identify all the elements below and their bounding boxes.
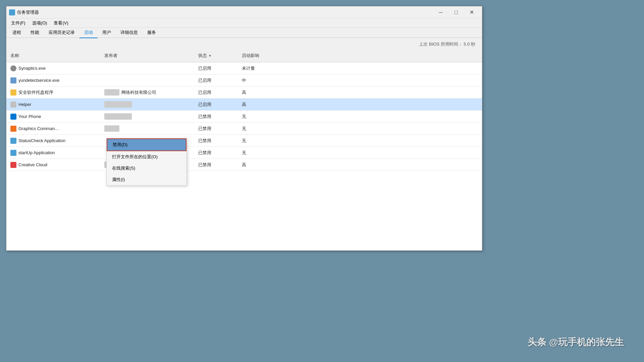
cell-publisher: ████████ — [100, 100, 194, 109]
table-row[interactable]: 安全软件托盘程序 ████ 网络科技有限公司 已启用 高 — [6, 86, 482, 99]
cell-name: Creative Cloud — [6, 161, 100, 169]
table-row[interactable]: Helper ████████ 已启用 高 禁用(D) 打开文件所在的位置(O)… — [6, 99, 482, 111]
table-row[interactable]: StatusCheck Application 已禁用 无 — [6, 135, 482, 147]
table-row[interactable]: Graphics Comman… ████ 已禁用 无 — [6, 123, 482, 135]
cell-name: 安全软件托盘程序 — [6, 88, 100, 97]
cell-status: 已禁用 — [194, 112, 238, 121]
window-title: 任务管理器 — [17, 9, 433, 15]
minimize-button[interactable]: ─ — [433, 6, 448, 18]
cell-extra — [281, 79, 482, 82]
context-menu: 禁用(D) 打开文件所在的位置(O) 在线搜索(S) 属性(I) — [106, 138, 187, 186]
cell-impact: 高 — [238, 161, 281, 169]
watermark: 头条 @玩手机的张先生 — [528, 336, 624, 349]
tab-startup[interactable]: 启动 — [79, 27, 98, 38]
blurred-publisher: ████ — [104, 89, 119, 96]
tab-process[interactable]: 进程 — [8, 27, 26, 38]
table-row[interactable]: yundetectservice.exe 已启用 中 — [6, 74, 482, 86]
cell-status: 已启用 — [194, 88, 238, 97]
table-row[interactable]: startUp Application 已禁用 无 — [6, 147, 482, 159]
cell-name: startUp Application — [6, 148, 100, 157]
blurred-publisher-phone: ████████ — [104, 113, 132, 120]
cell-publisher: ████ 网络科技有限公司 — [100, 88, 194, 97]
tab-performance[interactable]: 性能 — [26, 27, 44, 38]
sort-chevron: ▼ — [208, 54, 212, 58]
cell-impact: 无 — [238, 112, 281, 121]
blurred-publisher-graphics: ████ — [104, 125, 119, 132]
table-row[interactable]: Your Phone ████████ 已禁用 无 — [6, 111, 482, 123]
cell-extra — [281, 164, 482, 166]
tab-details[interactable]: 详细信息 — [116, 27, 143, 38]
context-menu-open-location[interactable]: 打开文件所在的位置(O) — [107, 151, 186, 163]
blurred-publisher-helper: ████████ — [104, 101, 132, 108]
bios-label: 上次 BIOS 所用时间： — [419, 42, 462, 47]
tab-services[interactable]: 服务 — [143, 27, 161, 38]
table-row[interactable]: Creative Cloud ████ Systems Incorporated… — [6, 159, 482, 171]
cell-publisher: ████ — [100, 124, 194, 133]
cell-status: 已启用 — [194, 76, 238, 85]
menu-options[interactable]: 选项(O) — [29, 19, 51, 27]
startup-icon — [10, 150, 16, 156]
cell-extra — [281, 115, 482, 118]
menu-bar: 文件(F) 选项(O) 查看(V) — [6, 18, 482, 28]
context-menu-properties[interactable]: 属性(I) — [107, 174, 186, 185]
graphics-icon — [10, 126, 16, 132]
cell-name: Your Phone — [6, 112, 100, 121]
col-extra — [281, 51, 482, 60]
phone-icon — [10, 114, 16, 120]
window-icon — [9, 9, 15, 15]
cell-name: Helper — [6, 100, 100, 109]
col-status[interactable]: 状态 ▼ — [194, 51, 238, 60]
cell-impact: 中 — [238, 76, 281, 85]
cell-extra — [281, 103, 482, 106]
cell-impact: 高 — [238, 100, 281, 109]
security-icon — [10, 89, 16, 96]
context-menu-search-online[interactable]: 在线搜索(S) — [107, 163, 186, 174]
maximize-button[interactable]: □ — [448, 6, 464, 18]
cell-extra — [281, 139, 482, 142]
col-name[interactable]: 名称 — [6, 51, 100, 60]
synaptics-icon — [10, 65, 16, 71]
tab-bar: 进程 性能 应用历史记录 启动 用户 详细信息 服务 — [6, 28, 482, 38]
cell-name: Graphics Comman… — [6, 124, 100, 133]
cell-publisher — [100, 67, 194, 70]
tab-app-history[interactable]: 应用历史记录 — [44, 27, 79, 38]
cell-publisher: ████████ — [100, 112, 194, 121]
bios-value: 5.0 秒 — [464, 42, 475, 47]
table-header: 名称 发布者 状态 ▼ 启动影响 — [6, 49, 482, 62]
cell-status: 已启用 — [194, 64, 238, 73]
tab-users[interactable]: 用户 — [98, 27, 116, 38]
cell-impact: 无 — [238, 124, 281, 133]
statuscheck-icon — [10, 138, 16, 144]
cell-name: StatusCheck Application — [6, 136, 100, 145]
cell-extra — [281, 67, 482, 70]
cell-status: 已禁用 — [194, 148, 238, 157]
cell-impact: 无 — [238, 136, 281, 145]
title-bar-buttons: ─ □ ✕ — [433, 6, 479, 18]
yun-icon — [10, 77, 16, 83]
table-body: Synaptics.exe 已启用 未计量 yundetectservice.e… — [6, 62, 482, 250]
cell-extra — [281, 152, 482, 154]
helper-icon — [10, 102, 16, 108]
cell-extra — [281, 127, 482, 130]
bios-info: 上次 BIOS 所用时间： 5.0 秒 — [6, 38, 482, 49]
cell-impact: 无 — [238, 148, 281, 157]
cell-impact: 高 — [238, 88, 281, 97]
context-menu-disable[interactable]: 禁用(D) — [107, 138, 186, 151]
cell-status: 已禁用 — [194, 136, 238, 145]
task-manager-window: 任务管理器 ─ □ ✕ 文件(F) 选项(O) 查看(V) 进程 性能 应用历史… — [6, 6, 482, 251]
cell-name: yundetectservice.exe — [6, 76, 100, 85]
cell-publisher — [100, 79, 194, 82]
cell-impact: 未计量 — [238, 64, 281, 73]
cell-extra — [281, 91, 482, 94]
menu-view[interactable]: 查看(V) — [50, 19, 71, 27]
cell-status: 已启用 — [194, 100, 238, 109]
creative-icon — [10, 162, 16, 168]
col-impact[interactable]: 启动影响 — [238, 51, 281, 60]
table-row[interactable]: Synaptics.exe 已启用 未计量 — [6, 62, 482, 74]
col-publisher[interactable]: 发布者 — [100, 51, 194, 60]
cell-name: Synaptics.exe — [6, 64, 100, 73]
cell-status: 已禁用 — [194, 124, 238, 133]
menu-file[interactable]: 文件(F) — [8, 19, 29, 27]
close-button[interactable]: ✕ — [464, 6, 479, 18]
title-bar: 任务管理器 ─ □ ✕ — [6, 6, 482, 18]
